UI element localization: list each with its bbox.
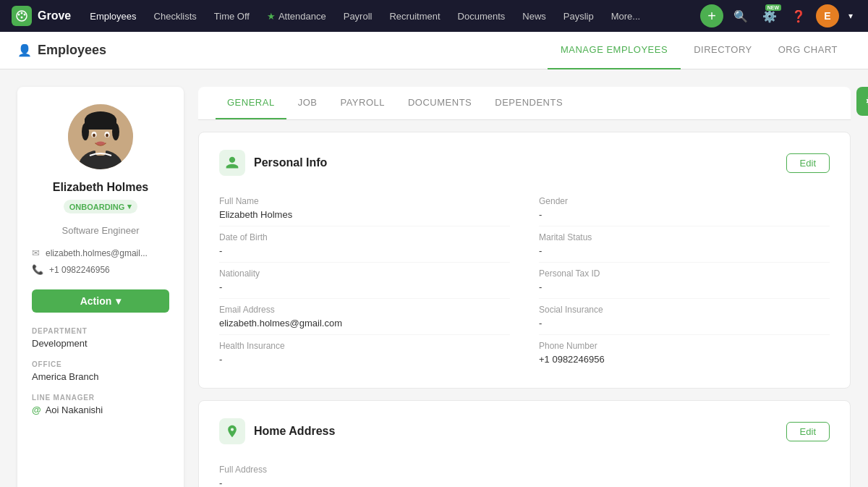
employee-name: Elizabeth Holmes [32,181,169,194]
personal-info-card: Personal Info Edit Full Name Elizabeth H… [198,132,851,389]
svg-point-12 [82,123,89,140]
address-fields-right: City - Postal Code - [539,459,830,487]
help-button[interactable]: ❓ [787,4,810,27]
employees-icon: 👤 [17,43,32,57]
personal-info-icon [219,150,245,176]
avatar-chevron[interactable]: ▾ [845,4,856,27]
field-marital-status: Marital Status - [539,226,830,263]
phone-contact: 📞 +1 0982246956 [32,264,169,275]
nav-time-off[interactable]: Time Off [207,0,257,32]
department-section: DEPARTMENT Development [32,327,169,349]
email-icon: ✉ [32,247,40,258]
field-nationality: Nationality - [219,263,510,299]
tab-dependents[interactable]: DEPENDENTS [483,87,574,119]
nav-actions: + 🔍 ⚙️ NEW ❓ E ▾ [700,4,856,27]
field-full-name: Full Name Elizabeth Holmes [219,190,510,226]
chevron-down-icon: ▾ [127,202,132,211]
action-chevron-icon: ▾ [116,295,121,307]
home-address-card: Home Address Edit Full Address - Country… [198,400,851,487]
top-navigation: Grove Employees Checklists Time Off ★ At… [0,0,868,32]
field-gender: Gender - [539,190,830,226]
field-email: Email Address elizabeth.holmes@gmail.com [219,299,510,335]
home-address-title: Home Address [219,418,335,444]
nav-employees[interactable]: Employees [82,0,143,32]
field-personal-tax-id: Personal Tax ID - [539,263,830,299]
nav-payslip[interactable]: Payslip [556,0,601,32]
tab-org-chart[interactable]: ORG CHART [765,32,851,69]
svg-point-1 [18,14,20,16]
svg-point-18 [96,142,105,145]
avatar-container [32,104,169,169]
svg-point-2 [21,12,23,14]
sub-header: 👤 Employees MANAGE EMPLOYEES DIRECTORY O… [0,32,868,69]
office-section: OFFICE America Branch [32,360,169,382]
field-health-insurance: Health Insurance - [219,335,510,370]
nav-attendance[interactable]: ★ Attendance [260,0,333,32]
tab-manage-employees[interactable]: MANAGE EMPLOYEES [548,32,681,69]
settings-button[interactable]: ⚙️ NEW [758,4,781,27]
main-content: Elizabeth Holmes ONBOARDING ▾ Software E… [0,69,868,487]
email-contact: ✉ elizabeth.holmes@gmail... [32,247,169,258]
content-tabs: GENERAL JOB PAYROLL DOCUMENTS DEPENDENTS [198,87,851,120]
field-date-of-birth: Date of Birth - [219,226,510,263]
field-full-address: Full Address - [219,459,510,487]
nav-checklists[interactable]: Checklists [147,0,204,32]
logo[interactable]: Grove [12,6,71,26]
home-address-edit-button[interactable]: Edit [786,422,830,441]
page-title: 👤 Employees [17,43,106,58]
left-sidebar: Elizabeth Holmes ONBOARDING ▾ Software E… [17,87,184,487]
sub-nav-tabs: MANAGE EMPLOYEES DIRECTORY ORG CHART [548,32,851,69]
svg-point-16 [93,134,95,137]
home-address-icon [219,418,245,444]
personal-info-fields: Full Name Elizabeth Holmes Date of Birth… [219,190,830,370]
svg-point-4 [21,17,23,19]
svg-rect-11 [85,119,116,130]
settings-float-button[interactable]: ⚙ [856,87,868,116]
nav-recruitment[interactable]: Recruitment [382,0,447,32]
svg-point-13 [112,123,119,140]
tab-general[interactable]: GENERAL [216,87,286,119]
field-phone-number: Phone Number +1 0982246956 [539,335,830,370]
nav-documents[interactable]: Documents [451,0,513,32]
nav-payroll[interactable]: Payroll [336,0,380,32]
avatar[interactable]: E [816,4,839,27]
home-address-fields: Full Address - Country - State/Province … [219,459,830,487]
star-icon: ★ [267,11,276,22]
phone-icon: 📞 [32,264,43,275]
home-address-header: Home Address Edit [219,418,830,444]
svg-point-3 [24,14,26,16]
field-social-insurance: Social Insurance - [539,299,830,335]
logo-icon [12,6,32,26]
manager-value: @ Aoi Nakanishi [32,405,169,415]
nav-more[interactable]: More... [604,0,647,32]
address-fields-left: Full Address - Country - State/Province … [219,459,510,487]
settings-float-icon: ⚙ [865,93,868,109]
personal-fields-right: Gender - Marital Status - Personal Tax I… [539,190,830,370]
tab-payroll[interactable]: PAYROLL [328,87,396,119]
personal-info-edit-button[interactable]: Edit [786,153,830,173]
contact-info: ✉ elizabeth.holmes@gmail... 📞 +1 0982246… [32,247,169,275]
manager-section: LINE MANAGER @ Aoi Nakanishi [32,394,169,415]
employee-avatar [68,104,133,169]
at-icon: @ [32,405,41,415]
tabs-content: Personal Info Edit Full Name Elizabeth H… [198,120,851,487]
tab-job[interactable]: JOB [286,87,329,119]
tab-documents[interactable]: DOCUMENTS [396,87,483,119]
status-badge[interactable]: ONBOARDING ▾ [64,200,137,213]
new-badge: NEW [765,4,781,11]
svg-point-17 [106,134,109,137]
search-button[interactable]: 🔍 [729,4,752,27]
employee-role: Software Engineer [32,225,169,236]
personal-info-header: Personal Info Edit [219,150,830,176]
action-button[interactable]: Action ▾ [32,289,169,313]
tab-directory[interactable]: DIRECTORY [681,32,765,69]
add-button[interactable]: + [700,4,723,27]
personal-info-title: Personal Info [219,150,327,176]
logo-text: Grove [38,9,71,22]
field-empty [539,459,830,487]
nav-news[interactable]: News [515,0,553,32]
personal-fields-left: Full Name Elizabeth Holmes Date of Birth… [219,190,510,370]
